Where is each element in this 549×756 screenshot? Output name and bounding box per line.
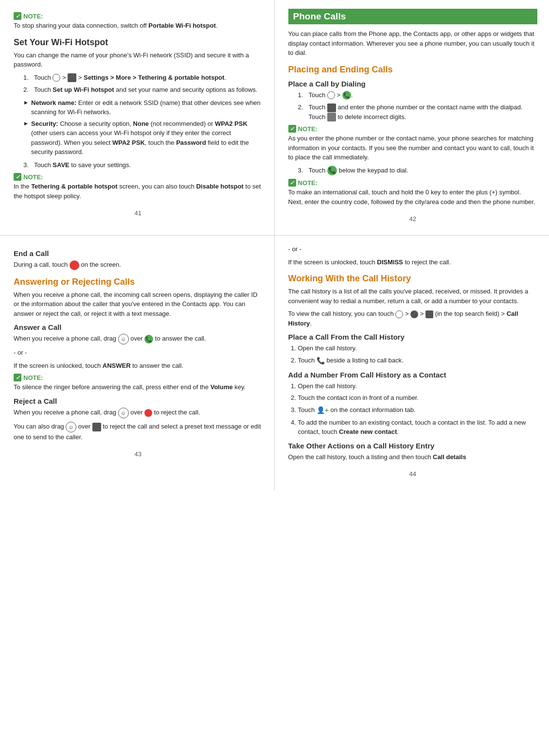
red-circle-icon	[70, 260, 79, 270]
place-call-step-1: 1. Touch > 📞.	[298, 90, 538, 100]
hotspot-subitem-security: Security: Choose a security option, None…	[24, 119, 263, 157]
place-history-steps: Open the call history. Touch 📞 beside a …	[298, 344, 538, 366]
phone-receiver-icon-1: 📞	[317, 356, 325, 366]
dial-icon-1: 📞	[327, 166, 337, 175]
add-contact-step-2: Touch the contact icon in front of a num…	[298, 393, 538, 403]
page-container: ✓ NOTE: To stop sharing your data connec…	[0, 0, 549, 490]
grid-icon-1	[68, 73, 76, 82]
call-history-heading: Working With the Call History	[288, 274, 538, 284]
hotspot-step3-list: 3. Touch SAVE to save your settings.	[23, 160, 263, 170]
note-block-1: ✓ NOTE: To stop sharing your data connec…	[14, 12, 263, 31]
place-call-step-2: 2. Touch and enter the phone number or t…	[298, 103, 538, 121]
menu-icon-1	[92, 423, 101, 431]
note-label-text-1: NOTE:	[23, 13, 43, 20]
note-block-3: ✓ NOTE: As you enter the phone number or…	[288, 125, 538, 162]
bottom-left-col: End a Call During a call, touch on the s…	[0, 236, 275, 490]
note-label-text-2: NOTE:	[23, 173, 43, 181]
note-icon-3: ✓	[288, 125, 296, 133]
note-label-2: ✓ NOTE:	[14, 173, 263, 181]
phone-icon-2: 📞	[144, 335, 153, 344]
drag-circle-icon-3: ☺	[66, 422, 76, 432]
take-actions-heading: Take Other Actions on a Call History Ent…	[288, 442, 538, 450]
circle-icon-2	[327, 91, 335, 99]
note-label-3: ✓ NOTE:	[288, 125, 538, 133]
top-half: ✓ NOTE: To stop sharing your data connec…	[0, 0, 549, 236]
delete-icon-1	[327, 113, 336, 121]
answering-heading: Answering or Rejecting Calls	[14, 277, 263, 287]
page-number-41: 41	[14, 209, 263, 217]
place-call-step-3: 3. Touch 📞 below the keypad to dial.	[298, 166, 538, 176]
hotspot-subitems: Network name: Enter or edit a network SS…	[24, 98, 263, 157]
reject-p1: When you receive a phone call, drag ☺ ov…	[14, 408, 263, 418]
note-label-text-5: NOTE:	[23, 374, 43, 381]
contact-add-icon: 👤+	[317, 405, 329, 415]
note-text-3: As you enter the phone number or the con…	[288, 134, 538, 162]
note-icon-2: ✓	[14, 173, 21, 181]
note-icon-1: ✓	[14, 12, 21, 20]
take-actions-p: Open the call history, touch a listing a…	[288, 452, 538, 462]
or-text-1: - or -	[14, 348, 263, 358]
place-call-steps: 1. Touch > 📞. 2. Touch and enter the pho…	[298, 90, 538, 122]
hotspot-subitem-network: Network name: Enter or edit a network SS…	[24, 98, 263, 117]
dismiss-p: If the screen is unlocked, touch DISMISS…	[288, 258, 538, 267]
phone-calls-heading: Phone Calls	[288, 9, 538, 24]
placing-heading: Placing and Ending Calls	[288, 65, 538, 75]
note-label-text-3: NOTE:	[298, 125, 318, 133]
end-call-p: During a call, touch on the screen.	[14, 260, 263, 270]
hotspot-step-2: 2. Touch Set up Wi-Fi hotspot and set yo…	[23, 85, 263, 95]
add-contact-steps: Open the call history. Touch the contact…	[298, 381, 538, 437]
menu-icon-2	[425, 310, 433, 318]
place-history-step-1: Open the call history.	[298, 344, 538, 353]
wifi-hotspot-p1: You can change the name of your phone's …	[14, 51, 263, 69]
call-history-p: The call history is a list of all the ca…	[288, 287, 538, 306]
note-icon-5: ✓	[14, 374, 21, 381]
add-contact-heading: Add a Number From Call History as a Cont…	[288, 371, 538, 379]
reject-icon-1	[144, 409, 152, 417]
answering-p: When you receive a phone call, the incom…	[14, 290, 263, 319]
bottom-half: End a Call During a call, touch on the s…	[0, 236, 549, 490]
end-call-heading: End a Call	[14, 249, 263, 258]
place-history-step-2: Touch 📞 beside a listing to call back.	[298, 356, 538, 366]
note-icon-4: ✓	[288, 179, 296, 187]
top-left-col: ✓ NOTE: To stop sharing your data connec…	[0, 0, 275, 235]
note-block-4: ✓ NOTE: To make an international call, t…	[288, 179, 538, 206]
page-number-43: 43	[14, 450, 263, 458]
bottom-right-col: - or - If the screen is unlocked, touch …	[275, 236, 549, 490]
page-number-42: 42	[288, 215, 538, 223]
note-text-1: To stop sharing your data connection, sw…	[14, 21, 263, 31]
place-call-heading: Place a Call by Dialing	[288, 80, 538, 88]
phone-icon-3: 📞	[410, 310, 418, 318]
note-block-2: ✓ NOTE: In the Tethering & portable hots…	[14, 173, 263, 201]
reject-p2: You can also drag ☺ over to reject the c…	[14, 422, 263, 442]
call-history-view: To view the call history, you can touch …	[288, 309, 538, 328]
place-from-history-heading: Place a Call From the Call History	[288, 333, 538, 341]
add-contact-step-3: Touch 👤+ on the contact information tab.	[298, 405, 538, 415]
reject-heading: Reject a Call	[14, 397, 263, 405]
hotspot-steps: 1. Touch > > Settings > More > Tethering…	[23, 73, 263, 95]
grid-icon-2	[327, 103, 336, 112]
or-text-2: - or -	[288, 244, 538, 254]
note-label-5: ✓ NOTE:	[14, 374, 263, 381]
circle-icon-1	[53, 74, 60, 82]
page-number-44: 44	[288, 470, 538, 478]
answer-heading: Answer a Call	[14, 323, 263, 331]
phone-calls-p: You can place calls from the Phone app, …	[288, 29, 538, 58]
phone-icon-1: 📞	[342, 91, 351, 100]
hotspot-step-1: 1. Touch > > Settings > More > Tethering…	[23, 73, 263, 83]
wifi-hotspot-heading: Set Your Wi-Fi Hotspot	[14, 37, 263, 48]
hotspot-step-3: 3. Touch SAVE to save your settings.	[23, 160, 263, 170]
note-label-4: ✓ NOTE:	[288, 179, 538, 187]
circle-icon-3	[395, 310, 403, 318]
drag-circle-icon-2: ☺	[118, 408, 129, 418]
note-label-1: ✓ NOTE:	[14, 12, 263, 20]
place-call-step3-list: 3. Touch 📞 below the keypad to dial.	[298, 166, 538, 176]
answer-unlocked-p: If the screen is unlocked, touch ANSWER …	[14, 361, 263, 371]
note-text-5: To silence the ringer before answering t…	[14, 382, 263, 392]
add-contact-step-1: Open the call history.	[298, 381, 538, 391]
add-contact-step-4: To add the number to an existing contact…	[298, 418, 538, 437]
note-block-5: ✓ NOTE: To silence the ringer before ans…	[14, 374, 263, 392]
answer-p: When you receive a phone call, drag ☺ ov…	[14, 334, 263, 344]
drag-circle-icon-1: ☺	[118, 334, 129, 344]
note-label-text-4: NOTE:	[298, 179, 318, 187]
note-text-4: To make an international call, touch and…	[288, 188, 538, 206]
